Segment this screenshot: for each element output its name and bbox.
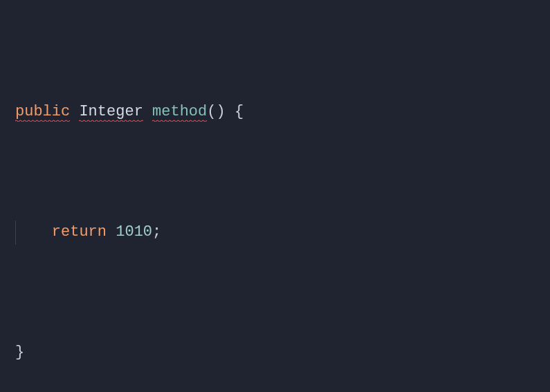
open-paren: ( [207,103,216,120]
keyword-public: public [15,103,70,122]
space [70,103,79,120]
space [143,103,152,120]
literal-int: 1010 [116,223,152,241]
code-line[interactable]: public Integer method() { [15,100,535,124]
space [226,103,235,120]
code-editor[interactable]: public Integer method() { return 1010; }… [0,0,550,392]
method-name: method [152,103,207,122]
code-line[interactable]: } [15,341,535,365]
indent [15,223,52,241]
keyword-return: return [52,223,107,241]
type-integer: Integer [79,103,143,122]
code-line[interactable]: return 1010; [15,221,535,245]
close-paren: ) [216,103,225,120]
open-brace: { [235,103,244,120]
semicolon: ; [152,223,161,241]
space [107,223,116,241]
close-brace: } [15,344,24,361]
